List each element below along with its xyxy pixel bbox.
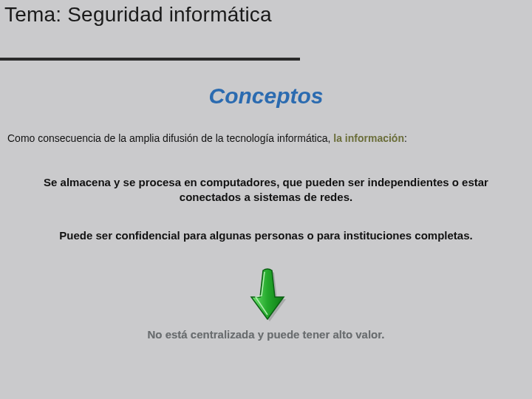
intro-lead: Como consecuencia de la amplia difusión … — [7, 132, 333, 144]
bullet-2: Puede ser confidencial para algunas pers… — [18, 228, 514, 243]
topic-prefix: Tema: — [4, 3, 67, 26]
intro-tail: : — [404, 132, 407, 144]
topic-name: Seguridad informática — [67, 3, 272, 26]
intro-emphasis: la información — [333, 132, 404, 144]
slide: Tema: Seguridad informática Conceptos Co… — [0, 0, 532, 399]
bullet-1: Se almacena y se procesa en computadores… — [30, 175, 502, 205]
intro-paragraph: Como consecuencia de la amplia difusión … — [7, 132, 523, 146]
arrow-down-icon — [244, 265, 288, 322]
topic-line: Tema: Seguridad informática — [4, 3, 272, 27]
slide-heading: Conceptos — [0, 83, 532, 109]
bullet-3: No está centralizada y puede tener alto … — [30, 327, 502, 342]
horizontal-rule — [0, 58, 300, 61]
arrow-container — [0, 265, 532, 322]
